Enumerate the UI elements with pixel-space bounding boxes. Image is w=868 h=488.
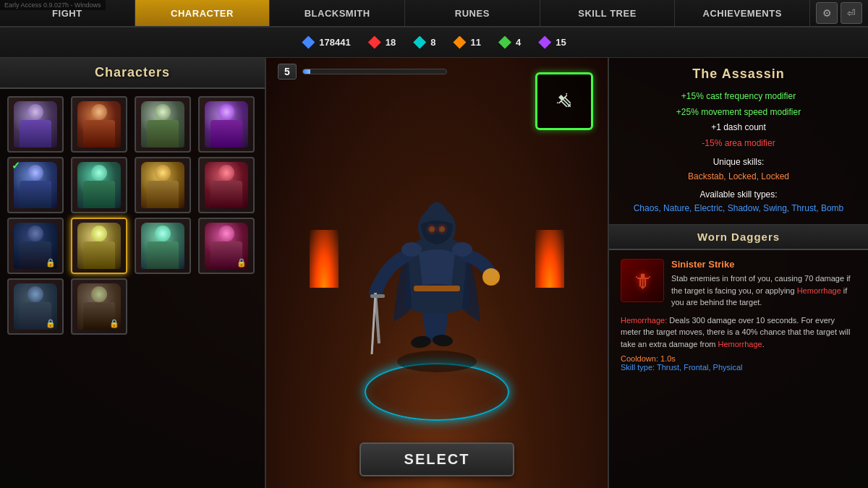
gem-green-icon (498, 36, 511, 49)
skill-type-line: Skill type: Thrust, Frontal, Physical (621, 363, 856, 372)
gem-cyan-icon (413, 36, 426, 49)
weapon-thumb-icon: 🗡 (632, 269, 652, 293)
cooldown-line: Cooldown: 1.0s (621, 354, 856, 363)
settings-button[interactable]: ⚙ (816, 2, 838, 24)
hemorrhage-ref-1: Hemorrhage (797, 286, 841, 295)
svg-rect-9 (370, 294, 385, 298)
character-slot-2[interactable] (71, 96, 127, 153)
weapon-thumbnail: 🗡 (621, 259, 664, 302)
character-slot-6[interactable] (71, 157, 127, 213)
character-name: The Assassin (621, 67, 856, 82)
currency-cyan-value: 8 (430, 37, 435, 48)
level-bar-container: 5 (266, 58, 608, 85)
currency-blue: 178441 (302, 36, 350, 49)
character-slot-14[interactable]: 🔒 (71, 278, 127, 335)
assassin-figure (357, 148, 516, 380)
character-info-panel: The Assassin +15% cast frequency modifie… (609, 58, 868, 225)
character-slot-1[interactable] (7, 96, 64, 153)
character-display (266, 85, 608, 442)
stat-area-modifier: -15% area modifier (621, 136, 856, 152)
main-content: Characters (0, 58, 868, 488)
currency-purple: 15 (538, 36, 566, 49)
title-bar: Early Access 0.9.027h - Windows (0, 0, 106, 10)
unique-skills-section: Unique skills: Backstab, Locked, Locked (621, 155, 856, 183)
characters-title: Characters (95, 65, 170, 80)
available-skills-section: Available skill types: Chaos, Nature, El… (621, 188, 856, 215)
tab-skill-tree[interactable]: Skill Tree (540, 0, 676, 26)
character-slot-10[interactable] (71, 218, 127, 274)
currency-red: 18 (368, 36, 396, 49)
currency-orange-value: 11 (470, 37, 480, 48)
character-slot-4[interactable] (198, 96, 255, 153)
unique-skills-label: Unique skills: (713, 157, 765, 167)
svg-rect-5 (414, 286, 460, 291)
stat-cast-frequency: +15% cast frequency modifier (621, 89, 856, 105)
character-slot-5[interactable] (7, 157, 64, 213)
svg-point-18 (452, 242, 472, 257)
currency-purple-value: 15 (556, 37, 566, 48)
svg-point-0 (397, 351, 477, 372)
character-stats: +15% cast frequency modifier +25% moveme… (621, 89, 856, 151)
character-slot-9[interactable]: 🔒 (7, 218, 64, 274)
stat-movement-speed: +25% movement speed modifier (621, 105, 856, 121)
svg-line-8 (372, 293, 375, 354)
select-button-label: Select (404, 451, 470, 467)
svg-point-6 (482, 268, 500, 286)
select-button[interactable]: Select (359, 442, 515, 476)
weapon-details: Sinister Strike Stab enemies in front of… (671, 259, 856, 309)
character-slot-3[interactable] (135, 96, 191, 153)
exit-button[interactable]: ⏎ (841, 2, 862, 24)
weapon-info-panel: Worn Daggers 🗡 Sinister Strike Stab enem… (609, 225, 868, 488)
characters-grid: 🔒 🔒 (0, 89, 265, 342)
nav-icons: ⚙ ⏎ (810, 0, 868, 26)
weapon-skill-name: Sinister Strike (671, 259, 856, 270)
tab-character[interactable]: Character (135, 0, 271, 26)
character-slot-13[interactable]: 🔒 (7, 278, 64, 335)
right-panel: The Assassin +15% cast frequency modifie… (608, 58, 868, 488)
level-bar (302, 69, 447, 74)
weapon-content: 🗡 Sinister Strike Stab enemies in front … (621, 259, 856, 309)
currency-green: 4 (498, 36, 521, 49)
hemorrhage-label: Hemorrhage: (621, 316, 667, 325)
currency-orange: 11 (453, 36, 480, 49)
app-title: Early Access 0.9.027h - Windows (4, 1, 101, 9)
gem-red-icon (368, 36, 381, 49)
nav-bar: Fight Character Blacksmith Runes Skill T… (0, 0, 868, 27)
weapon-extra-desc: Hemorrhage: Deals 300 damage over 10 sec… (621, 314, 856, 351)
left-panel: Characters (0, 58, 266, 488)
level-number: 5 (278, 64, 297, 80)
tab-runes[interactable]: Runes (405, 0, 540, 26)
currency-cyan: 8 (413, 36, 435, 49)
tab-blacksmith[interactable]: Blacksmith (270, 0, 405, 26)
available-skills-values: Chaos, Nature, Electric, Shadow, Swing, … (634, 203, 844, 213)
tab-achievements[interactable]: Achievements (675, 0, 810, 26)
character-slot-8[interactable] (198, 157, 255, 213)
currency-blue-value: 178441 (319, 37, 350, 48)
character-slot-7[interactable] (135, 157, 191, 213)
currency-bar: 178441 18 8 11 4 15 (0, 27, 868, 58)
characters-panel-header: Characters (0, 58, 265, 89)
weapon-description: Stab enemies in front of you, causing 70… (671, 273, 856, 309)
hemorrhage-ref-2: Hemorrhage (718, 340, 762, 348)
currency-green-value: 4 (516, 37, 521, 48)
gem-purple-icon (538, 36, 551, 49)
character-slot-11[interactable] (135, 218, 191, 274)
level-bar-fill (303, 69, 310, 74)
currency-red-value: 18 (386, 37, 396, 48)
svg-point-17 (401, 242, 422, 257)
character-slot-12[interactable]: 🔒 (198, 218, 255, 274)
gem-blue-icon (302, 36, 315, 49)
available-skills-label: Available skill types: (699, 189, 777, 200)
gem-orange-icon (453, 36, 466, 49)
center-area: 5 🗡 (266, 58, 608, 488)
stat-dash-count: +1 dash count (621, 120, 856, 136)
weapon-panel-header: Worn Daggers (609, 225, 868, 250)
unique-skills-values: Backstab, Locked, Locked (688, 171, 789, 181)
